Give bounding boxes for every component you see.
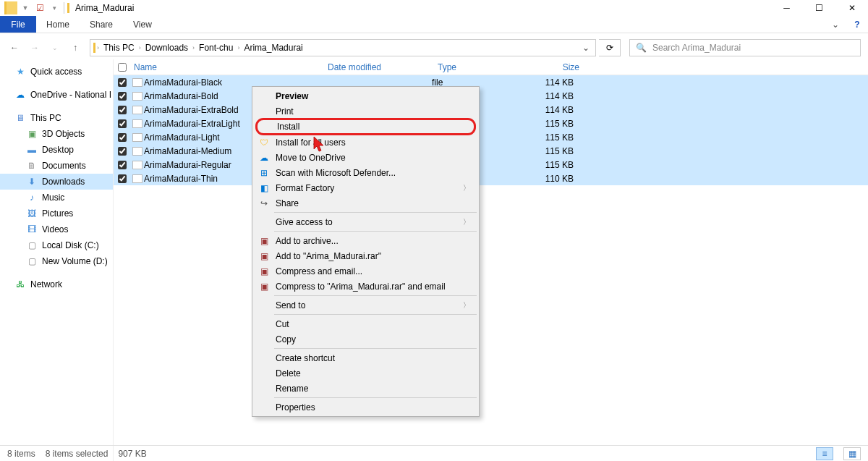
- sidebar-quick-access[interactable]: ★ Quick access: [0, 64, 113, 80]
- row-checkbox[interactable]: [114, 147, 131, 156]
- ctx-properties[interactable]: Properties: [254, 399, 477, 415]
- icons-view-button[interactable]: ▦: [843, 447, 861, 460]
- row-checkbox[interactable]: [114, 174, 131, 183]
- ctx-copy[interactable]: Copy: [254, 331, 477, 347]
- table-row[interactable]: ArimaMadurai-Thinfile110 KB: [114, 172, 868, 185]
- up-button[interactable]: ↑: [67, 39, 84, 56]
- refresh-button[interactable]: ⟳: [599, 39, 621, 56]
- ctx-format-factory[interactable]: ◧Format Factory〉: [254, 180, 477, 195]
- file-size: 110 KB: [522, 174, 579, 184]
- title-folder-icon: [67, 3, 69, 13]
- forward-button[interactable]: →: [26, 39, 43, 56]
- sidebar-onedrive[interactable]: ☁ OneDrive - National I: [0, 87, 113, 103]
- breadcrumb-dropdown-icon[interactable]: ⌄: [579, 43, 592, 53]
- back-button[interactable]: ←: [6, 39, 23, 56]
- ctx-install[interactable]: Install: [255, 118, 476, 135]
- select-all-checkbox[interactable]: [114, 63, 131, 72]
- qat-properties-icon[interactable]: ☑: [33, 1, 46, 14]
- col-name[interactable]: Name: [131, 62, 328, 72]
- font-file-icon: [131, 161, 144, 169]
- help-icon[interactable]: ?: [846, 16, 868, 33]
- col-size[interactable]: Size: [527, 62, 585, 72]
- rar-icon: ▣: [258, 266, 270, 277]
- ctx-print[interactable]: Print: [254, 103, 477, 119]
- table-row[interactable]: ArimaMadurai-ExtraBoldfile114 KB: [114, 103, 868, 117]
- sidebar: ★ Quick access ☁ OneDrive - National I 🖥…: [0, 59, 113, 461]
- table-row[interactable]: ArimaMadurai-Blackfile114 KB: [114, 75, 868, 89]
- details-view-button[interactable]: ≡: [816, 447, 833, 460]
- sidebar-downloads[interactable]: ⬇Downloads: [0, 174, 113, 190]
- column-header: Name Date modified Type Size: [114, 59, 868, 75]
- cloud-icon: ☁: [258, 152, 270, 164]
- context-menu: Preview Print Install 🛡Install for all u…: [252, 86, 480, 417]
- table-row[interactable]: ArimaMadurai-Boldfile114 KB: [114, 89, 868, 103]
- ctx-create-shortcut[interactable]: Create shortcut: [254, 350, 477, 365]
- ctx-send-to[interactable]: Send to〉: [254, 297, 477, 313]
- sidebar-localdisk[interactable]: ▢Local Disk (C:): [0, 237, 113, 253]
- sidebar-documents[interactable]: 🗎Documents: [0, 158, 113, 174]
- ctx-preview[interactable]: Preview: [254, 88, 477, 103]
- ctx-share[interactable]: ↪Share: [254, 195, 477, 211]
- crumb-downloads[interactable]: Downloads: [142, 43, 191, 53]
- sidebar-network[interactable]: 🖧 Network: [0, 276, 113, 292]
- status-selected: 8 items selected: [46, 449, 109, 459]
- search-input[interactable]: 🔍 Search Arima_Madurai: [629, 39, 861, 56]
- table-row[interactable]: ArimaMadurai-ExtraLightfile115 KB: [114, 117, 868, 130]
- recent-dropdown[interactable]: ⌄: [46, 39, 64, 56]
- file-tab[interactable]: File: [0, 16, 36, 33]
- col-type[interactable]: Type: [438, 62, 527, 72]
- maximize-button[interactable]: ☐: [803, 0, 835, 16]
- file-size: 115 KB: [522, 119, 579, 129]
- crumb-arima[interactable]: Arima_Madurai: [241, 43, 305, 53]
- sidebar-music[interactable]: ♪Music: [0, 190, 113, 206]
- table-row[interactable]: ArimaMadurai-Lightfile115 KB: [114, 130, 868, 144]
- download-icon: ⬇: [26, 176, 38, 187]
- table-row[interactable]: ArimaMadurai-Mediumfile115 KB: [114, 144, 868, 158]
- sidebar-desktop[interactable]: ▬Desktop: [0, 142, 113, 158]
- font-file-icon: [131, 174, 144, 183]
- ctx-compress-rar-email[interactable]: ▣Compress to "Arima_Madurai.rar" and ema…: [254, 279, 477, 294]
- folder-icon: [4, 1, 17, 14]
- rar-icon: ▣: [258, 250, 270, 262]
- status-bar: 8 items 8 items selected 907 KB ≡ ▦: [0, 445, 868, 461]
- ctx-add-rar[interactable]: ▣Add to "Arima_Madurai.rar": [254, 248, 477, 263]
- row-checkbox[interactable]: [114, 106, 131, 114]
- row-checkbox[interactable]: [114, 133, 131, 142]
- close-button[interactable]: ✕: [835, 0, 868, 16]
- sidebar-3dobjects[interactable]: ▣3D Objects: [0, 126, 113, 142]
- ctx-cut[interactable]: Cut: [254, 316, 477, 331]
- cube-icon: ▣: [26, 128, 38, 140]
- minimize-button[interactable]: ─: [770, 0, 803, 16]
- ctx-add-archive[interactable]: ▣Add to archive...: [254, 233, 477, 248]
- ctx-install-all[interactable]: 🛡Install for all users: [254, 135, 477, 150]
- row-checkbox[interactable]: [114, 119, 131, 128]
- qat-down2-icon[interactable]: ▾: [48, 1, 61, 14]
- breadcrumb[interactable]: › This PC › Downloads › Font-chu › Arima…: [90, 39, 596, 56]
- sidebar-thispc[interactable]: 🖥 This PC: [0, 110, 113, 126]
- ctx-rename[interactable]: Rename: [254, 381, 477, 396]
- crumb-fontchu[interactable]: Font-chu: [196, 43, 236, 53]
- ctx-compress-email[interactable]: ▣Compress and email...: [254, 263, 477, 279]
- tab-share[interactable]: Share: [80, 16, 123, 33]
- ctx-delete[interactable]: Delete: [254, 365, 477, 381]
- sidebar-newvolume[interactable]: ▢New Volume (D:): [0, 253, 113, 269]
- sidebar-pictures[interactable]: 🖼Pictures: [0, 206, 113, 221]
- row-checkbox[interactable]: [114, 92, 131, 101]
- crumb-thispc[interactable]: This PC: [101, 43, 137, 53]
- ctx-give-access[interactable]: Give access to〉: [254, 214, 477, 229]
- ctx-move-onedrive[interactable]: ☁Move to OneDrive: [254, 150, 477, 165]
- qat-down-icon[interactable]: ▼: [19, 1, 32, 14]
- pin-icon: ★: [14, 66, 26, 77]
- row-checkbox[interactable]: [114, 78, 131, 87]
- desktop-icon: ▬: [26, 144, 38, 156]
- tab-home[interactable]: Home: [36, 16, 80, 33]
- col-date[interactable]: Date modified: [328, 62, 438, 72]
- title-bar: ▼ ☑ ▾ Arima_Madurai ─ ☐ ✕: [0, 0, 868, 16]
- sidebar-videos[interactable]: 🎞Videos: [0, 221, 113, 237]
- ribbon-expand-icon[interactable]: ⌄: [825, 16, 846, 33]
- chevron-right-icon: 〉: [463, 183, 470, 193]
- row-checkbox[interactable]: [114, 161, 131, 169]
- table-row[interactable]: ArimaMadurai-Regularfile115 KB: [114, 158, 868, 172]
- ctx-scan[interactable]: ⊞Scan with Microsoft Defender...: [254, 165, 477, 180]
- tab-view[interactable]: View: [123, 16, 162, 33]
